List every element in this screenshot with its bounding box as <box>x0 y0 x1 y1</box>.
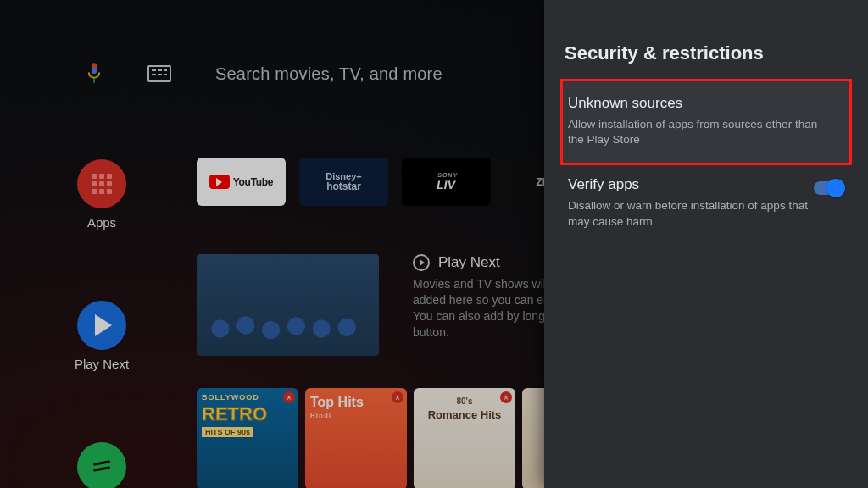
play-next-thumbnail[interactable] <box>197 254 379 356</box>
tile-text: Top Hits <box>310 395 402 410</box>
youtube-play-icon <box>209 175 230 189</box>
sonyliv-label-bot: LIV <box>435 178 458 191</box>
tile-text: Hindi <box>310 412 402 419</box>
svg-rect-1 <box>92 64 97 69</box>
apps-nav-label: Apps <box>87 215 116 230</box>
play-next-title: Play Next <box>438 254 500 271</box>
app-tile-sony-liv[interactable]: SONY LIV <box>402 158 491 206</box>
setting-verify-apps[interactable]: Verify apps Disallow or warn before inst… <box>563 163 849 244</box>
play-icon <box>77 301 126 350</box>
tile-text: Romance Hits <box>414 408 515 421</box>
spotify-icon <box>77 442 126 488</box>
setting-title: Verify apps <box>568 176 844 193</box>
apps-grid-icon <box>77 159 126 208</box>
keyboard-icon[interactable] <box>147 65 171 82</box>
apps-nav-item[interactable]: Apps <box>77 159 126 230</box>
voice-search-icon[interactable] <box>85 61 103 86</box>
hotstar-label-line2: hotstar <box>326 181 361 191</box>
sonyliv-label-top: SONY <box>437 172 458 178</box>
panel-heading: Security & restrictions <box>565 42 848 64</box>
content-tile-top-hits[interactable]: × Top Hits Hindi <box>305 388 407 488</box>
content-tile-retro[interactable]: × BOLLYWOOD RETRO HITS OF 90s <box>197 388 298 488</box>
app-tile-youtube[interactable]: YouTube <box>197 158 286 206</box>
tile-text: 80's <box>414 396 515 406</box>
setting-subtitle: Allow installation of apps from sources … <box>568 117 822 147</box>
play-outline-icon <box>413 254 430 271</box>
content-tile-80s-romance[interactable]: × 80's Romance Hits <box>414 388 515 488</box>
play-next-nav-label: Play Next <box>75 357 129 371</box>
play-next-nav-item[interactable]: Play Next <box>75 301 129 371</box>
setting-unknown-sources[interactable]: Unknown sources Allow installation of ap… <box>563 81 849 163</box>
setting-title: Unknown sources <box>568 95 844 112</box>
tile-text: RETRO <box>202 403 293 425</box>
search-input[interactable]: Search movies, TV, and more <box>215 64 442 84</box>
tile-text: BOLLYWOOD <box>202 393 293 402</box>
settings-panel: Security & restrictions Unknown sources … <box>544 0 868 488</box>
svg-rect-2 <box>93 78 95 83</box>
left-nav-column: Apps Play Next Spotify <box>61 159 142 488</box>
spotify-nav-item[interactable]: Spotify <box>77 442 126 488</box>
setting-subtitle: Disallow or warn before installation of … <box>568 198 822 229</box>
youtube-label: YouTube <box>233 176 273 188</box>
apps-row: YouTube Disney+ hotstar SONY LIV ZEE5 <box>197 158 593 206</box>
tile-text: HITS OF 90s <box>202 427 253 437</box>
app-tile-disney-hotstar[interactable]: Disney+ hotstar <box>299 158 388 206</box>
toggle-knob <box>826 179 845 197</box>
verify-apps-toggle[interactable] <box>814 181 843 195</box>
